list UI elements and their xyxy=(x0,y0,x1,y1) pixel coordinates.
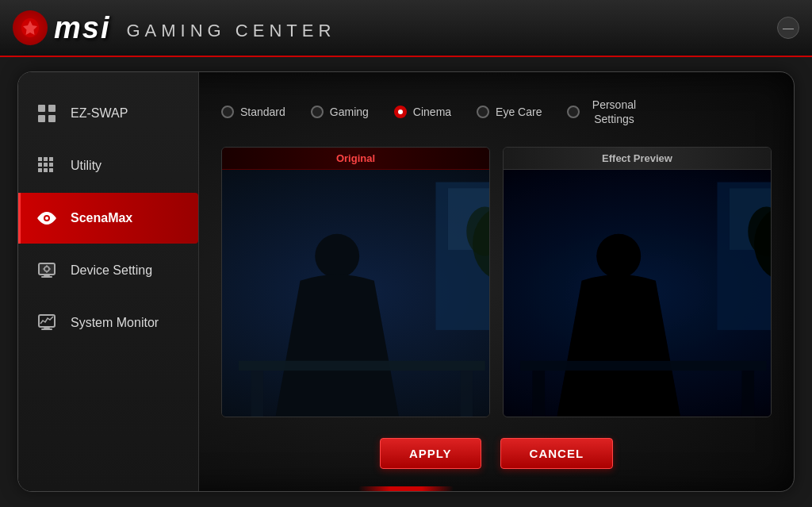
svg-point-28 xyxy=(315,234,359,278)
svg-rect-30 xyxy=(251,371,263,417)
sidebar-item-ez-swap[interactable]: EZ-SWAP xyxy=(18,88,198,139)
action-buttons: Apply Cancel xyxy=(221,432,772,472)
radio-label-eye-care: Eye Care xyxy=(496,106,542,118)
sidebar-item-device-setting[interactable]: Device Setting xyxy=(18,245,198,296)
radio-label-cinema: Cinema xyxy=(413,106,451,118)
mode-selector: Standard Gaming Cinema Eye Care Personal… xyxy=(221,91,772,133)
radio-standard[interactable]: Standard xyxy=(221,106,285,118)
svg-point-37 xyxy=(596,234,641,278)
effect-image xyxy=(504,170,771,417)
cancel-button[interactable]: Cancel xyxy=(500,438,614,469)
radio-gaming[interactable]: Gaming xyxy=(311,106,369,118)
device-icon xyxy=(34,258,59,283)
svg-rect-5 xyxy=(44,157,48,161)
grid-icon xyxy=(34,101,59,126)
preview-section: Original xyxy=(221,147,772,417)
svg-rect-3 xyxy=(48,115,56,122)
effect-panel: Effect Preview xyxy=(503,147,772,417)
original-title: Original xyxy=(222,148,489,170)
radio-label-gaming: Gaming xyxy=(330,106,369,118)
effect-title: Effect Preview xyxy=(504,148,771,170)
radio-eye-care[interactable]: Eye Care xyxy=(477,106,542,118)
svg-rect-21 xyxy=(44,327,50,328)
minimize-button[interactable]: — xyxy=(777,17,799,39)
sidebar-item-scenamax[interactable]: ScenaMax xyxy=(18,193,198,244)
original-panel: Original xyxy=(221,147,490,417)
svg-rect-39 xyxy=(532,371,545,417)
eye-icon xyxy=(34,205,59,231)
svg-rect-22 xyxy=(41,328,52,330)
radio-circle-gaming[interactable] xyxy=(311,106,324,118)
svg-rect-12 xyxy=(49,168,53,172)
gaming-center-label: GAMING CENTER xyxy=(126,21,335,41)
svg-rect-31 xyxy=(461,371,473,417)
svg-rect-2 xyxy=(38,115,45,122)
content-area: Standard Gaming Cinema Eye Care Personal… xyxy=(199,72,794,491)
svg-rect-11 xyxy=(44,168,48,172)
radio-circle-cinema[interactable] xyxy=(394,106,407,118)
svg-rect-18 xyxy=(41,276,52,278)
radio-circle-standard[interactable] xyxy=(221,106,234,118)
main-container: EZ-SWAP Utility xyxy=(17,71,795,492)
svg-rect-10 xyxy=(38,168,42,172)
radio-circle-personal[interactable] xyxy=(567,106,580,118)
apply-button[interactable]: Apply xyxy=(380,438,481,469)
sidebar-label-system-monitor: System Monitor xyxy=(71,316,159,330)
svg-rect-6 xyxy=(49,157,53,161)
svg-rect-0 xyxy=(38,105,45,112)
sidebar-label-scenamax: ScenaMax xyxy=(71,211,132,225)
sidebar: EZ-SWAP Utility xyxy=(18,72,199,491)
logo-area: msi GAMING CENTER xyxy=(13,10,335,45)
svg-rect-40 xyxy=(742,371,755,417)
utility-icon xyxy=(34,153,59,179)
sidebar-label-ez-swap: EZ-SWAP xyxy=(71,106,128,121)
radio-personal-settings[interactable]: Personal Settings xyxy=(567,98,642,126)
radio-label-standard: Standard xyxy=(240,106,285,118)
svg-rect-38 xyxy=(520,361,767,371)
svg-rect-29 xyxy=(239,361,485,371)
svg-rect-1 xyxy=(48,105,56,112)
msi-brand-text: msi xyxy=(54,11,110,45)
sidebar-label-utility: Utility xyxy=(71,159,102,173)
svg-rect-7 xyxy=(38,163,42,167)
radio-label-personal: Personal Settings xyxy=(586,98,642,126)
radio-circle-eye-care[interactable] xyxy=(477,106,489,118)
sidebar-item-utility[interactable]: Utility xyxy=(18,140,198,191)
svg-rect-4 xyxy=(38,157,42,161)
svg-rect-17 xyxy=(44,275,50,276)
msi-dragon-icon xyxy=(13,10,48,45)
monitor-icon xyxy=(34,310,59,336)
sidebar-item-system-monitor[interactable]: System Monitor xyxy=(18,298,198,348)
original-image xyxy=(222,170,489,417)
svg-rect-9 xyxy=(49,163,53,167)
app-header: msi GAMING CENTER — xyxy=(0,0,812,57)
radio-cinema[interactable]: Cinema xyxy=(394,106,451,118)
sidebar-label-device-setting: Device Setting xyxy=(71,263,152,278)
svg-point-14 xyxy=(45,217,48,220)
svg-rect-8 xyxy=(44,163,48,167)
